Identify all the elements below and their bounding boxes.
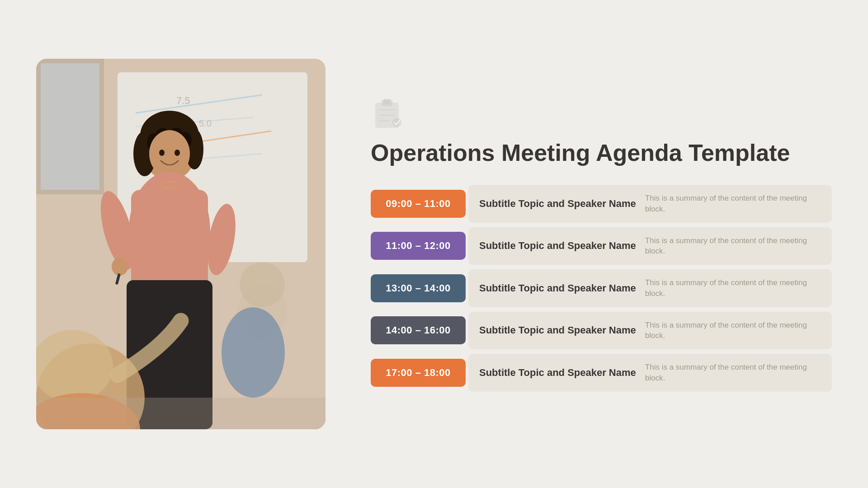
summary-text: This is a summary of the content of the … [645,235,821,257]
photo-section: 7.5 5.0 [36,59,326,429]
time-block: 13:00 – 14:00 [371,274,466,302]
summary-text: This is a summary of the content of the … [645,277,821,299]
svg-point-18 [149,130,190,177]
clipboard-icon [371,96,403,129]
time-block: 09:00 – 11:00 [371,190,466,218]
agenda-row: 17:00 – 18:00Subtitle Topic and Speaker … [371,354,832,392]
svg-point-26 [112,258,128,276]
svg-rect-2 [41,63,99,190]
svg-text:7.5: 7.5 [176,95,190,106]
agenda-row: 13:00 – 14:00Subtitle Topic and Speaker … [371,269,832,307]
svg-rect-39 [383,99,391,103]
svg-point-33 [240,262,285,307]
info-block: Subtitle Topic and Speaker NameThis is a… [468,185,832,223]
agenda-list: 09:00 – 11:00Subtitle Topic and Speaker … [371,185,832,392]
info-block: Subtitle Topic and Speaker NameThis is a… [468,354,832,392]
svg-point-34 [222,307,285,398]
page-title: Operations Meeting Agenda Template [371,140,832,167]
svg-rect-36 [36,398,326,429]
subtitle-text: Subtitle Topic and Speaker Name [479,367,636,379]
subtitle-text: Subtitle Topic and Speaker Name [479,324,636,336]
time-block: 14:00 – 16:00 [371,316,466,344]
svg-point-19 [159,150,165,156]
time-block: 11:00 – 12:00 [371,232,466,260]
icon-area [371,96,832,131]
content-section: Operations Meeting Agenda Template 09:00… [326,0,868,488]
svg-rect-23 [131,190,208,289]
info-block: Subtitle Topic and Speaker NameThis is a… [468,269,832,307]
svg-point-20 [175,150,180,156]
summary-text: This is a summary of the content of the … [645,320,821,342]
summary-text: This is a summary of the content of the … [645,362,821,384]
info-block: Subtitle Topic and Speaker NameThis is a… [468,312,832,350]
agenda-row: 11:00 – 12:00Subtitle Topic and Speaker … [371,227,832,265]
summary-text: This is a summary of the content of the … [645,193,821,215]
subtitle-text: Subtitle Topic and Speaker Name [479,198,636,210]
info-block: Subtitle Topic and Speaker NameThis is a… [468,227,832,265]
agenda-row: 14:00 – 16:00Subtitle Topic and Speaker … [371,312,832,350]
subtitle-text: Subtitle Topic and Speaker Name [479,282,636,294]
svg-text:5.0: 5.0 [199,118,212,128]
subtitle-text: Subtitle Topic and Speaker Name [479,240,636,252]
agenda-row: 09:00 – 11:00Subtitle Topic and Speaker … [371,185,832,223]
time-block: 17:00 – 18:00 [371,359,466,387]
slide: 7.5 5.0 [0,0,868,488]
